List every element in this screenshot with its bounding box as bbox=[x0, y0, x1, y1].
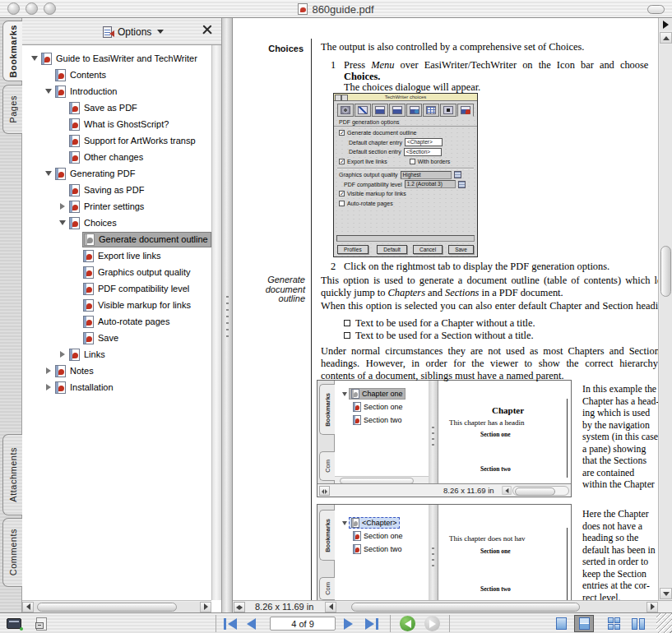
sidebar-tab-comments[interactable]: Comments bbox=[2, 518, 22, 587]
bookmark-item[interactable]: Save bbox=[22, 330, 211, 346]
bookmark-item[interactable]: Export live links bbox=[22, 247, 211, 264]
figure-bookmark-item: Section one bbox=[335, 529, 429, 543]
first-page-button[interactable] bbox=[224, 613, 237, 633]
bookmark-item[interactable]: Guide to EasiWriter and TechWriter bbox=[22, 50, 211, 67]
bookmark-row[interactable]: Saving as PDF bbox=[68, 183, 146, 197]
tab-label: Attachments bbox=[8, 447, 18, 502]
disclosure-triangle-icon[interactable] bbox=[43, 384, 54, 390]
bookmark-item[interactable]: Printer settings bbox=[22, 198, 211, 215]
fullscreen-button[interactable] bbox=[7, 613, 21, 633]
bookmark-row[interactable]: Notes bbox=[54, 364, 96, 378]
document-text-line: headings. However, in order for the view… bbox=[321, 358, 658, 370]
scroll-track[interactable] bbox=[34, 602, 200, 612]
bookmark-row[interactable]: Introduction bbox=[54, 85, 119, 99]
document-text-line: by the navigation bbox=[582, 419, 650, 432]
scroll-thumb[interactable] bbox=[660, 246, 671, 297]
bookmark-row[interactable]: Printer settings bbox=[68, 200, 146, 214]
bookmark-item[interactable]: Notes bbox=[22, 363, 211, 379]
disclosure-triangle-icon[interactable] bbox=[57, 203, 68, 210]
bookmark-item[interactable]: Installation bbox=[22, 379, 211, 395]
document-text-line: within the Chapter bbox=[582, 478, 655, 491]
bookmarks-vertical-scrollbar[interactable] bbox=[211, 45, 221, 600]
close-panel-button[interactable] bbox=[202, 25, 213, 35]
bookmark-item[interactable]: What is GhostScript? bbox=[22, 116, 211, 132]
bookmark-item[interactable]: Auto-rotate pages bbox=[22, 313, 211, 330]
bookmark-item[interactable]: PDF compatibility level bbox=[22, 280, 211, 297]
bookmark-item[interactable]: Choices bbox=[22, 215, 211, 231]
section-entry-field: <Section> bbox=[404, 148, 442, 156]
scroll-down-button[interactable] bbox=[660, 588, 672, 599]
continuous-button[interactable] bbox=[574, 613, 594, 633]
bookmark-item[interactable]: Support for ArtWorks transp bbox=[22, 132, 211, 149]
bookmark-row[interactable]: PDF compatibility level bbox=[82, 282, 192, 296]
bookmark-row[interactable]: Graphics output quality bbox=[82, 266, 193, 280]
previous-view-button[interactable] bbox=[400, 613, 415, 633]
bookmark-item[interactable]: Saving as PDF bbox=[22, 182, 211, 198]
page-view-button[interactable] bbox=[36, 613, 47, 633]
page-number-field[interactable] bbox=[270, 617, 336, 631]
scroll-thumb[interactable] bbox=[37, 603, 177, 612]
next-view-button[interactable] bbox=[424, 613, 440, 633]
scroll-right-button[interactable] bbox=[200, 602, 211, 612]
panel-splitter[interactable] bbox=[222, 18, 233, 612]
bookmark-row[interactable]: Save bbox=[82, 331, 121, 345]
sidebar-tab-pages[interactable]: Pages bbox=[2, 85, 22, 134]
splitter-button[interactable] bbox=[234, 602, 245, 612]
previous-page-button[interactable] bbox=[247, 613, 256, 633]
disclosure-triangle-icon[interactable] bbox=[43, 367, 54, 374]
bookmark-row[interactable]: Generate document outline bbox=[82, 232, 211, 247]
continuous-facing-button[interactable] bbox=[604, 613, 623, 633]
scroll-up-button[interactable] bbox=[660, 32, 672, 44]
bookmark-row[interactable]: What is GhostScript? bbox=[68, 118, 171, 132]
scroll-left-button[interactable] bbox=[22, 602, 34, 612]
single-page-button[interactable] bbox=[551, 613, 571, 633]
figure-scroll-track bbox=[512, 486, 569, 496]
disclosure-triangle-icon[interactable] bbox=[29, 56, 40, 61]
bookmark-item[interactable]: Contents bbox=[22, 67, 211, 83]
options-menu-button[interactable]: Options bbox=[103, 23, 164, 40]
scroll-thumb[interactable] bbox=[351, 603, 580, 612]
bookmark-label: Save bbox=[98, 333, 118, 343]
sidebar-tab-bookmarks[interactable]: Bookmarks bbox=[2, 21, 22, 81]
scroll-track[interactable] bbox=[660, 44, 672, 587]
example-screenshot-2: Bookmarks Com <Chapter>Section oneSectio… bbox=[317, 504, 572, 600]
bookmark-row[interactable]: Contents bbox=[54, 68, 109, 82]
last-page-button[interactable] bbox=[365, 613, 378, 633]
vertical-scrollbar[interactable] bbox=[658, 18, 672, 600]
bookmark-row[interactable]: Auto-rotate pages bbox=[82, 315, 172, 329]
document-text-line: rect level. bbox=[582, 592, 621, 601]
disclosure-triangle-icon[interactable] bbox=[57, 220, 68, 225]
bookmark-item[interactable]: Links bbox=[22, 346, 211, 363]
bookmark-row[interactable]: Visible markup for links bbox=[82, 298, 193, 312]
bookmark-row[interactable]: Guide to EasiWriter and TechWriter bbox=[40, 52, 200, 66]
bookmarks-horizontal-scrollbar[interactable] bbox=[22, 600, 211, 612]
bookmark-item[interactable]: Generate document outline bbox=[22, 231, 211, 247]
bookmark-item[interactable]: Visible markup for links bbox=[22, 297, 211, 313]
disclosure-triangle-icon[interactable] bbox=[43, 171, 54, 176]
bookmark-row[interactable]: Support for ArtWorks transp bbox=[68, 134, 198, 148]
bookmark-row[interactable]: Choices bbox=[68, 216, 119, 230]
sidebar-tab-attachments[interactable]: Attachments bbox=[2, 434, 22, 515]
scroll-right-button[interactable] bbox=[647, 602, 658, 612]
bookmark-row[interactable]: Other changes bbox=[68, 150, 146, 164]
disclosure-triangle-icon[interactable] bbox=[43, 89, 54, 94]
bookmark-item[interactable]: Save as PDF bbox=[22, 99, 211, 116]
bookmark-row[interactable]: Installation bbox=[54, 381, 116, 395]
bookmark-row[interactable]: Generating PDF bbox=[54, 167, 137, 181]
bookmark-row[interactable]: Export live links bbox=[82, 249, 163, 263]
facing-button[interactable] bbox=[628, 613, 648, 633]
resize-grip[interactable] bbox=[656, 613, 672, 633]
bookmark-row[interactable]: Links bbox=[68, 348, 108, 362]
scroll-left-button[interactable] bbox=[325, 602, 336, 612]
bookmark-options-icon bbox=[103, 26, 112, 38]
bookmark-item[interactable]: Other changes bbox=[22, 149, 211, 165]
pane-arrow-icon[interactable] bbox=[660, 19, 672, 30]
bookmark-item[interactable]: Introduction bbox=[22, 83, 211, 99]
toolbar-toggle-button[interactable] bbox=[647, 5, 665, 14]
bookmark-item[interactable]: Generating PDF bbox=[22, 165, 211, 182]
scroll-track[interactable] bbox=[336, 602, 647, 612]
disclosure-triangle-icon[interactable] bbox=[57, 351, 68, 358]
bookmark-row[interactable]: Save as PDF bbox=[68, 101, 140, 115]
bookmark-item[interactable]: Graphics output quality bbox=[22, 264, 211, 280]
next-page-button[interactable] bbox=[344, 613, 353, 633]
